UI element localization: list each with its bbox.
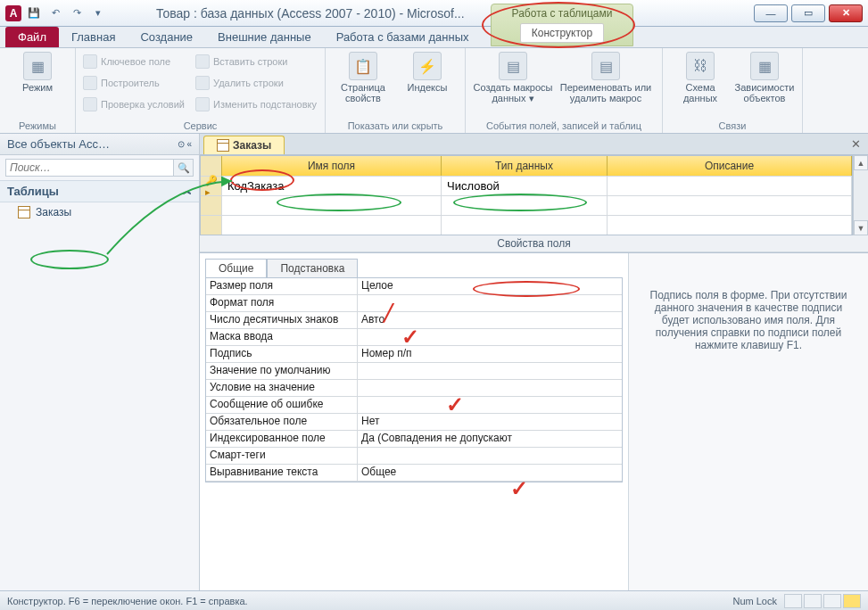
property-value[interactable]: Общее <box>358 465 622 481</box>
contextual-tab-design[interactable]: Конструктор <box>520 23 604 43</box>
chevron-down-icon[interactable]: ⊙ « <box>178 139 192 149</box>
schema-icon: ⛓ <box>686 52 715 80</box>
property-row[interactable]: Смарт-теги <box>206 448 622 465</box>
tab-file[interactable]: Файл <box>5 27 59 47</box>
nav-search-input[interactable] <box>5 159 174 177</box>
field-row[interactable]: 🔑▸ КодЗаказа Числовой <box>201 176 852 195</box>
field-properties-title: Свойства поля <box>200 235 868 252</box>
modify-lookup-button[interactable]: Изменить подстановку <box>195 95 317 114</box>
relationships-button[interactable]: ⛓Схема данных <box>670 52 731 103</box>
property-value[interactable]: Авто <box>358 312 622 328</box>
qat-save-icon[interactable]: 💾 <box>25 4 43 22</box>
props-tab-general[interactable]: Общие <box>205 259 267 278</box>
minimize-button[interactable]: — <box>754 4 788 22</box>
table-icon <box>217 139 229 152</box>
tab-home[interactable]: Главная <box>59 27 128 47</box>
rename-macro-icon: ▤ <box>591 52 620 80</box>
property-value[interactable] <box>358 380 622 396</box>
field-row-empty[interactable] <box>201 215 852 235</box>
tab-external-data[interactable]: Внешние данные <box>205 27 324 47</box>
properties-grid: Размер поляЦелоеФормат поляЧисло десятич… <box>205 277 623 482</box>
field-name-cell[interactable]: КодЗаказа <box>222 177 442 195</box>
key-icon <box>83 54 97 69</box>
maximize-button[interactable]: ▭ <box>791 4 825 22</box>
qat-undo-icon[interactable]: ↶ <box>46 4 64 22</box>
field-desc-cell[interactable] <box>608 177 852 195</box>
delete-rows-button[interactable]: Удалить строки <box>195 73 317 93</box>
column-data-type: Тип данных <box>442 156 608 176</box>
ribbon: ▦ Режим Режимы Ключевое поле Построитель… <box>0 48 868 134</box>
tab-create[interactable]: Создание <box>128 27 205 47</box>
view-pivotchart-button[interactable] <box>823 594 841 608</box>
create-data-macros-button[interactable]: ▤Создать макросы данных ▾ <box>473 52 553 104</box>
property-row[interactable]: Число десятичных знаковАвто <box>206 312 622 329</box>
doc-tab-close-icon[interactable]: ✕ <box>848 137 863 152</box>
numlock-indicator: Num Lock <box>732 596 777 606</box>
property-row[interactable]: ПодписьНомер п/п <box>206 346 622 363</box>
property-row[interactable]: Обязательное полеНет <box>206 414 622 431</box>
scroll-up-icon[interactable]: ▲ <box>854 155 868 170</box>
ribbon-group-tools: Ключевое поле Построитель Проверка услов… <box>76 48 326 133</box>
property-value[interactable] <box>358 329 622 345</box>
title-bar: A 💾 ↶ ↷ ▾ Товар : база данных (Access 20… <box>0 0 868 27</box>
property-row[interactable]: Значение по умолчанию <box>206 363 622 380</box>
builder-button[interactable]: Построитель <box>83 73 185 93</box>
insert-row-icon <box>195 54 210 69</box>
property-sheet-button[interactable]: 📋Страница свойств <box>333 52 393 103</box>
nav-group-tables[interactable]: Таблицы︽ <box>0 180 199 202</box>
insert-rows-button[interactable]: Вставить строки <box>195 52 317 71</box>
qat-customize-icon[interactable]: ▾ <box>89 4 107 22</box>
property-value[interactable] <box>358 397 622 413</box>
property-value[interactable] <box>358 363 622 379</box>
property-label: Значение по умолчанию <box>206 363 358 379</box>
qat-redo-icon[interactable]: ↷ <box>68 4 86 22</box>
object-deps-button[interactable]: ▦Зависимости объектов <box>734 52 795 103</box>
document-tabs: Заказы ✕ <box>200 134 868 155</box>
collapse-icon[interactable]: ︽ <box>183 185 192 198</box>
deps-icon: ▦ <box>750 52 779 80</box>
property-row[interactable]: Формат поля <box>206 295 622 312</box>
property-value[interactable] <box>358 295 622 311</box>
group-label-showhide: Показать или скрыть <box>333 119 458 133</box>
main-area: Все объекты Acc… ⊙ « 🔍 Таблицы︽ Заказы З… <box>0 134 868 590</box>
property-row[interactable]: Условие на значение <box>206 380 622 397</box>
property-row[interactable]: Размер поляЦелое <box>206 278 622 295</box>
property-label: Маска ввода <box>206 329 358 345</box>
tab-database-tools[interactable]: Работа с базами данных <box>324 27 482 47</box>
property-row[interactable]: Выравнивание текстаОбщее <box>206 465 622 482</box>
primary-key-icon: 🔑▸ <box>205 175 218 198</box>
test-validation-button[interactable]: Проверка условий <box>83 95 185 114</box>
doc-tab-orders[interactable]: Заказы <box>203 136 285 154</box>
view-datasheet-button[interactable] <box>784 594 802 608</box>
view-pivottable-button[interactable] <box>804 594 822 608</box>
validate-icon <box>83 97 97 111</box>
rename-delete-macro-button[interactable]: ▤Переименовать или удалить макрос <box>557 52 655 104</box>
nav-item-orders[interactable]: Заказы <box>0 202 199 222</box>
view-button[interactable]: ▦ Режим <box>7 52 68 93</box>
propsheet-icon: 📋 <box>349 52 377 80</box>
indexes-button[interactable]: ⚡Индексы <box>397 52 458 103</box>
primary-key-button[interactable]: Ключевое поле <box>83 52 185 71</box>
property-label: Выравнивание текста <box>206 465 358 481</box>
view-design-button[interactable] <box>843 594 861 608</box>
scroll-down-icon[interactable]: ▼ <box>854 220 868 235</box>
nav-header[interactable]: Все объекты Acc… ⊙ « <box>0 134 199 155</box>
close-button[interactable]: ✕ <box>829 4 863 22</box>
property-value[interactable] <box>358 448 622 464</box>
props-tab-lookup[interactable]: Подстановка <box>267 259 358 278</box>
property-row[interactable]: Маска ввода <box>206 329 622 346</box>
property-row[interactable]: Сообщение об ошибке <box>206 397 622 414</box>
contextual-tab-title: Работа с таблицами <box>512 4 613 20</box>
property-value[interactable]: Нет <box>358 414 622 430</box>
property-value[interactable]: Целое <box>358 278 622 294</box>
builder-icon <box>83 76 97 90</box>
property-row[interactable]: Индексированное полеДа (Совпадения не до… <box>206 431 622 448</box>
field-type-cell[interactable]: Числовой <box>442 177 608 195</box>
search-icon[interactable]: 🔍 <box>174 159 194 177</box>
property-value[interactable]: Да (Совпадения не допускают <box>358 431 622 447</box>
vertical-scrollbar[interactable]: ▲ ▼ <box>853 155 868 235</box>
property-label: Число десятичных знаков <box>206 312 358 328</box>
property-value[interactable]: Номер п/п <box>358 346 622 362</box>
field-row-empty[interactable] <box>201 195 852 215</box>
column-field-name: Имя поля <box>222 156 442 176</box>
